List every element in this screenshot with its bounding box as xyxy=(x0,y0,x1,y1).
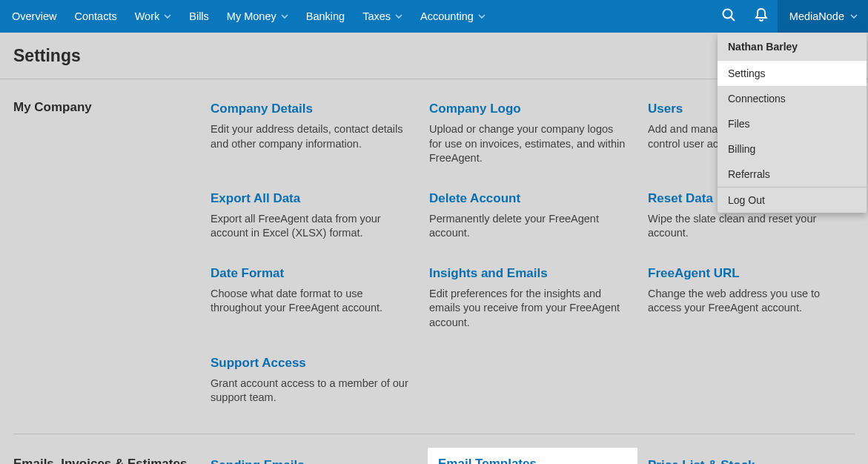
company-name: MediaNode xyxy=(789,10,844,22)
nav-label: Contacts xyxy=(74,10,116,22)
tile-freeagent-url: FreeAgent URL Change the web address you… xyxy=(648,263,855,337)
nav-label: Accounting xyxy=(420,10,474,22)
tile-link[interactable]: Sending Emails xyxy=(211,458,408,464)
nav-label: Overview xyxy=(12,10,56,22)
chevron-down-icon xyxy=(478,13,486,20)
nav-item-banking[interactable]: Banking xyxy=(306,0,345,33)
section-heading: My Company xyxy=(13,99,211,411)
nav-item-work[interactable]: Work xyxy=(135,0,172,33)
nav-label: Bills xyxy=(189,10,209,22)
dropdown-user-name: Nathan Barley xyxy=(718,33,867,61)
tile-insights-emails: Insights and Emails Edit preferences for… xyxy=(429,263,636,337)
nav-label: My Money xyxy=(227,10,276,22)
tile-desc: Permanently delete your FreeAgent accoun… xyxy=(429,212,627,241)
nav-label: Taxes xyxy=(362,10,391,22)
company-dropdown: Nathan Barley Settings Connections Files… xyxy=(718,33,867,213)
tile-link[interactable]: Company Details xyxy=(211,102,408,116)
dropdown-item-logout[interactable]: Log Out xyxy=(718,188,867,213)
nav-left: Overview Contacts Work Bills My Money Ba… xyxy=(12,0,486,33)
dropdown-item-connections[interactable]: Connections xyxy=(718,86,867,111)
notifications-button[interactable] xyxy=(745,0,778,33)
tile-company-logo: Company Logo Upload or change your compa… xyxy=(429,99,636,172)
tile-link[interactable]: Support Access xyxy=(211,356,408,371)
nav-item-bills[interactable]: Bills xyxy=(189,0,209,33)
top-nav: Overview Contacts Work Bills My Money Ba… xyxy=(0,0,868,33)
tile-link[interactable]: Price List & Stock xyxy=(648,458,846,464)
search-icon xyxy=(721,7,736,25)
tile-link[interactable]: Insights and Emails xyxy=(429,266,627,281)
tile-link[interactable]: Delete Account xyxy=(429,191,627,206)
tile-sending-emails: Sending Emails Manage the email addresse… xyxy=(211,455,417,464)
tile-link[interactable]: FreeAgent URL xyxy=(648,266,846,281)
chevron-down-icon xyxy=(164,13,171,20)
chevron-down-icon xyxy=(850,13,858,20)
tile-desc: Edit your address details, contact detai… xyxy=(211,122,408,151)
tile-price-list-stock: Price List & Stock Manage your list of c… xyxy=(648,455,855,464)
section-heading: Emails, Invoices & Estimates xyxy=(13,455,211,464)
tile-desc: Edit preferences for the insights and em… xyxy=(429,287,627,331)
nav-item-contacts[interactable]: Contacts xyxy=(74,0,116,33)
tile-desc: Choose what date format to use throughou… xyxy=(211,287,408,316)
tile-company-details: Company Details Edit your address detail… xyxy=(211,99,417,172)
page-title: Settings xyxy=(13,46,81,66)
nav-item-accounting[interactable]: Accounting xyxy=(420,0,486,33)
tile-link[interactable]: Company Logo xyxy=(429,102,627,116)
dropdown-item-referrals[interactable]: Referrals xyxy=(718,162,867,187)
tile-email-templates: Email Templates Set up and manage your i… xyxy=(428,448,637,464)
tile-export-all-data: Export All Data Export all FreeAgent dat… xyxy=(211,188,417,247)
chevron-down-icon xyxy=(395,13,402,20)
svg-point-0 xyxy=(723,10,732,19)
tile-support-access: Support Access Grant account access to a… xyxy=(211,353,417,411)
nav-item-my-money[interactable]: My Money xyxy=(227,0,288,33)
chevron-down-icon xyxy=(281,13,288,20)
company-menu-button[interactable]: MediaNode xyxy=(778,0,868,33)
dropdown-item-settings[interactable]: Settings xyxy=(718,61,867,86)
svg-line-1 xyxy=(731,17,735,21)
tile-link[interactable]: Email Templates xyxy=(438,457,627,464)
bell-icon xyxy=(754,7,769,25)
dropdown-item-files[interactable]: Files xyxy=(718,111,867,136)
tile-desc: Wipe the slate clean and reset your acco… xyxy=(648,212,846,241)
tile-desc: Export all FreeAgent data from your acco… xyxy=(211,212,408,241)
tile-desc: Grant account access to a member of our … xyxy=(211,377,408,405)
tile-date-format: Date Format Choose what date format to u… xyxy=(211,263,417,337)
nav-item-taxes[interactable]: Taxes xyxy=(362,0,402,33)
tile-desc: Upload or change your company logos for … xyxy=(429,122,627,166)
search-button[interactable] xyxy=(712,0,745,33)
tile-delete-account: Delete Account Permanently delete your F… xyxy=(429,188,636,247)
tile-desc: Change the web address you use to access… xyxy=(648,287,846,316)
dropdown-item-billing[interactable]: Billing xyxy=(718,136,867,162)
section-emails-invoices-estimates: Emails, Invoices & Estimates Sending Ema… xyxy=(13,455,855,464)
tile-link[interactable]: Date Format xyxy=(211,266,408,281)
tile-link[interactable]: Export All Data xyxy=(211,191,408,206)
nav-right: MediaNode xyxy=(712,0,868,33)
nav-item-overview[interactable]: Overview xyxy=(12,0,56,33)
tiles-grid: Sending Emails Manage the email addresse… xyxy=(211,455,855,464)
nav-label: Banking xyxy=(306,10,345,22)
nav-label: Work xyxy=(135,10,160,22)
